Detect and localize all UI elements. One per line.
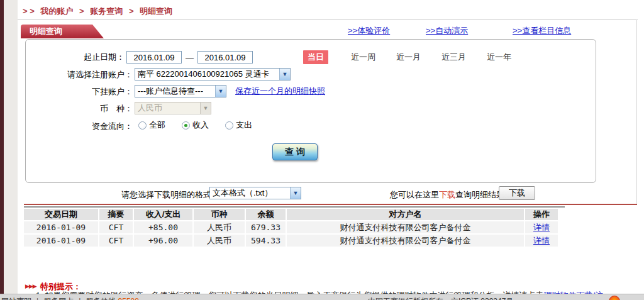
cell-counterparty: 财付通支付科技有限公司客户备付金 xyxy=(287,235,524,247)
save-snapshot-link[interactable]: 保存近一个月的明细快照 xyxy=(235,86,325,97)
service-outlets-link[interactable]: 服务网点 xyxy=(43,297,74,300)
sub-account-value: ---账户信息待查--- xyxy=(135,86,215,97)
preset-week-link[interactable]: 近一周 xyxy=(351,52,375,63)
detail-link[interactable]: 详情 xyxy=(533,236,550,245)
cell-balance: 594.33 xyxy=(246,235,286,247)
experience-rating-link[interactable]: >>体验评价 xyxy=(348,25,390,36)
date-range-label: 起止日期： xyxy=(26,52,125,63)
radio-icon[interactable] xyxy=(138,121,147,130)
footer-separator: | xyxy=(36,297,38,300)
breadcrumb-account-inquiry[interactable]: 账务查询 xyxy=(90,6,123,16)
chevron-down-icon: ▼ xyxy=(200,103,211,114)
transaction-table: 交易日期 摘要 收入/支出 币种 余额 对方户名 操作 2016-01-09 C… xyxy=(23,208,559,248)
module-right-divider xyxy=(636,19,637,204)
download-button[interactable]: 下载 xyxy=(499,186,535,200)
view-column-info-link[interactable]: >>查看栏目信息 xyxy=(513,25,571,36)
cell-currency: 人民币 xyxy=(194,235,245,247)
col-header-action: 操作 xyxy=(525,209,558,220)
radio-label: 支出 xyxy=(236,119,252,131)
icbc-logo-icon xyxy=(609,296,620,300)
register-account-row: 请选择注册账户： 南平 6222001406100921065 灵通卡 ▼ xyxy=(26,68,596,82)
sub-account-select[interactable]: ---账户信息待查--- ▼ xyxy=(135,85,226,97)
breadcrumb: > > 我的账户 > 账务查询 > 明细查询 xyxy=(23,6,176,17)
cell-date: 2016-01-09 xyxy=(24,235,98,247)
fund-flow-option-expense[interactable]: 支出 xyxy=(225,119,252,131)
date-range-row: 起止日期： — 当日 近一周 近一月 近三月 近一年 xyxy=(26,50,596,64)
preset-year-link[interactable]: 近一年 xyxy=(487,52,511,63)
preset-month-link[interactable]: 近一月 xyxy=(396,52,421,63)
end-date-input[interactable] xyxy=(197,51,253,64)
col-header-summary: 摘要 xyxy=(99,209,133,220)
download-hint-prefix: 您可以在这里 xyxy=(390,190,439,199)
col-header-amount: 收入/支出 xyxy=(134,209,192,220)
radio-icon[interactable] xyxy=(182,121,190,130)
hotline-number: 95588 xyxy=(118,297,139,300)
download-format-value: 文本格式（.txt） xyxy=(210,187,290,199)
notice-arrows-icon: ▶▶▶ xyxy=(25,283,36,289)
cell-counterparty: 财付通支付科技有限公司客户备付金 xyxy=(287,221,524,233)
cell-amount: +85.00 xyxy=(134,221,192,233)
site-statement-link[interactable]: 网站声明 xyxy=(1,297,31,300)
currency-label: 币 种： xyxy=(26,103,133,114)
preset-today-button[interactable]: 当日 xyxy=(303,50,328,64)
auto-demo-link[interactable]: >>自动演示 xyxy=(426,25,468,36)
left-gutter xyxy=(4,0,18,300)
section-divider-red xyxy=(24,204,637,205)
breadcrumb-prefix-icon: > > xyxy=(23,6,35,16)
breadcrumb-detail-query: 明细查询 xyxy=(140,6,172,16)
breadcrumb-my-accounts[interactable]: 我的账户 xyxy=(40,6,73,16)
query-form-panel: 起止日期： — 当日 近一周 近一月 近三月 近一年 请选择注册账户： 南平 6… xyxy=(25,39,596,183)
cell-summary: CFT xyxy=(99,235,133,247)
register-account-value: 南平 6222001406100921065 灵通卡 xyxy=(135,69,279,80)
detail-link[interactable]: 详情 xyxy=(533,223,550,232)
currency-select: 人民币 ▼ xyxy=(135,102,211,114)
detail-query-page: > > 我的账户 > 账务查询 > 明细查询 明细查询 >>体验评价 >>自动演… xyxy=(0,0,644,300)
download-hint-highlight: 下载 xyxy=(439,190,455,199)
start-date-input[interactable] xyxy=(126,51,182,64)
cell-date: 2016-01-09 xyxy=(24,221,98,233)
service-hotline-label: 服务热线 xyxy=(86,297,116,300)
currency-value: 人民币 xyxy=(135,103,200,114)
cell-summary: CFT xyxy=(99,221,133,233)
table-row: 2016-01-09 CFT +96.00 人民币 594.33 财付通支付科技… xyxy=(24,235,558,247)
download-hint: 您可以在这里下载查询明细结果 xyxy=(390,189,504,201)
chevron-down-icon: ▼ xyxy=(290,187,301,199)
radio-icon[interactable] xyxy=(225,121,233,130)
footer-separator: | xyxy=(79,297,80,300)
register-account-select[interactable]: 南平 6222001406100921065 灵通卡 ▼ xyxy=(135,68,291,81)
copyright-text: 中国工商银行版权所有 京ICP证 030247号 xyxy=(368,296,513,300)
table-row: 2016-01-09 CFT +85.00 人民币 679.33 财付通支付科技… xyxy=(24,221,558,233)
fund-flow-row: 资金流向： 全部 收入 支出 xyxy=(26,119,596,133)
download-format-select[interactable]: 文本格式（.txt） ▼ xyxy=(209,187,301,199)
col-header-currency: 币种 xyxy=(194,209,245,220)
download-hint-suffix: 查询明细结果 xyxy=(455,190,504,199)
currency-row: 币 种： 人民币 ▼ xyxy=(26,102,596,116)
query-button[interactable]: 查 询 xyxy=(272,143,318,160)
cell-amount: +96.00 xyxy=(134,235,192,247)
col-header-balance: 余额 xyxy=(246,209,286,220)
col-header-counterparty: 对方户名 xyxy=(287,209,524,220)
radio-label: 收入 xyxy=(192,119,209,131)
cell-currency: 人民币 xyxy=(194,221,245,233)
col-header-date: 交易日期 xyxy=(24,209,98,220)
table-header-row: 交易日期 摘要 收入/支出 币种 余额 对方户名 操作 xyxy=(24,209,558,220)
fund-flow-option-income[interactable]: 收入 xyxy=(182,119,209,131)
fund-flow-label: 资金流向： xyxy=(26,121,133,132)
cell-balance: 679.33 xyxy=(246,221,286,233)
download-format-label: 请您选择下载明细的格式 xyxy=(121,189,211,201)
breadcrumb-separator: > xyxy=(79,6,84,16)
preset-3months-link[interactable]: 近三月 xyxy=(441,52,466,63)
fund-flow-option-all[interactable]: 全部 xyxy=(138,119,165,131)
breadcrumb-separator: > xyxy=(129,6,134,16)
register-account-label: 请选择注册账户： xyxy=(26,69,133,81)
tab-detail-query[interactable]: 明细查询 xyxy=(21,25,104,38)
date-range-dash: — xyxy=(186,53,194,62)
footer-links: 网站声明|服务网点|服务热线 95588 xyxy=(1,296,139,300)
chevron-down-icon: ▼ xyxy=(215,86,226,97)
module-top-divider xyxy=(18,19,638,20)
chevron-down-icon: ▼ xyxy=(279,69,290,80)
sub-account-label: 下挂账户： xyxy=(26,86,133,97)
sub-account-row: 下挂账户： ---账户信息待查--- ▼ 保存近一个月的明细快照 xyxy=(26,85,596,99)
radio-label: 全部 xyxy=(149,119,165,131)
footer-bar: 网站声明|服务网点|服务热线 95588 中国工商银行版权所有 京ICP证 03… xyxy=(0,294,644,300)
